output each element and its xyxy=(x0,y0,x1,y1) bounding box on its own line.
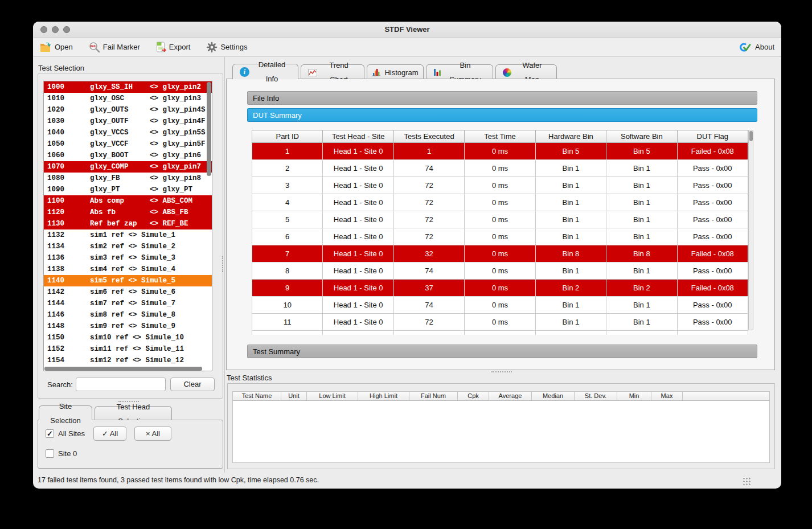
stats-header-cell[interactable]: Min xyxy=(617,392,651,400)
tab-site-selection[interactable]: Site Selection xyxy=(39,405,92,420)
select-all-sites-button[interactable]: ✓ All xyxy=(93,427,126,441)
tab-trend-chart[interactable]: Trend Chart xyxy=(301,64,364,80)
dut-header-cell[interactable]: Part ID xyxy=(252,130,323,143)
dut-header-cell[interactable]: Test Time xyxy=(465,130,535,143)
dut-header-cell[interactable]: Hardware Bin xyxy=(535,130,606,143)
test-list-item[interactable]: 1020 glxy_OUTS <> glxy_pin4S xyxy=(44,104,212,116)
dut-summary-section-header[interactable]: DUT Summary xyxy=(247,108,757,122)
stats-header-cell[interactable]: Average xyxy=(489,392,532,400)
test-list-item[interactable]: 1040 glxy_VCCS <> glxy_pin5S xyxy=(44,127,212,138)
export-button[interactable]: Export xyxy=(156,42,191,53)
tab-wafer-map[interactable]: Wafer Map xyxy=(495,64,557,80)
dut-header-cell[interactable]: Software Bin xyxy=(606,130,677,143)
scrollbar-thumb[interactable] xyxy=(749,131,753,141)
test-list-item[interactable]: 1060 glxy_BOOT <> glxy_pin6 xyxy=(44,150,212,161)
tab-test-head-selection[interactable]: Test Head Selection xyxy=(95,406,172,421)
panel-splitter[interactable] xyxy=(224,57,225,473)
about-button[interactable]: About xyxy=(738,42,774,52)
search-input[interactable] xyxy=(76,378,166,391)
dut-row[interactable]: 1Head 1 - Site 010 msBin 5Bin 5Failed - … xyxy=(252,143,748,160)
test-list-item[interactable]: 1152 sim11 ref <> Simule_11 xyxy=(44,343,212,355)
test-list-item[interactable]: 1010 glxy_OSC <> glxy_pin3 xyxy=(44,93,212,104)
test-selection-title: Test Selection xyxy=(38,64,84,72)
stats-header-cell[interactable]: Unit xyxy=(281,392,307,400)
test-list-item[interactable]: 1134 sim2 ref <> Simule_2 xyxy=(44,241,212,252)
tab-histogram[interactable]: Histogram xyxy=(367,64,424,80)
open-button[interactable]: Open xyxy=(40,42,73,52)
export-label: Export xyxy=(169,43,191,51)
checkbox-checked-icon[interactable]: ✓ xyxy=(46,429,54,438)
dut-cell: Head 1 - Site 0 xyxy=(323,280,393,297)
test-list-item[interactable]: 1150 sim10 ref <> Simule_10 xyxy=(44,332,212,343)
settings-button[interactable]: Settings xyxy=(206,42,247,53)
test-list-item[interactable]: 1120 Abs fb <> ABS_FB xyxy=(44,207,212,218)
dut-row[interactable]: 2Head 1 - Site 0740 msBin 1Bin 1Pass - 0… xyxy=(252,160,748,177)
file-info-section-header[interactable]: File Info xyxy=(247,91,757,105)
test-list-item[interactable]: 1132 sim1 ref <> Simule_1 xyxy=(44,229,212,241)
test-list-item[interactable]: 1130 Ref bef zap <> REF_BE xyxy=(44,218,212,229)
stats-header-cell[interactable]: St. Dev. xyxy=(575,392,617,400)
clear-button[interactable]: Clear xyxy=(170,378,215,391)
dut-cell: 0 ms xyxy=(465,228,535,245)
test-list-item[interactable]: 1030 glxy_OUTF <> glxy_pin4F xyxy=(44,116,212,127)
dut-row[interactable]: 9Head 1 - Site 0370 msBin 2Bin 2Failed -… xyxy=(252,280,748,297)
dut-cell: 72 xyxy=(393,211,464,228)
all-sites-checkbox[interactable]: ✓ All Sites xyxy=(46,429,85,438)
tab-detailed-info[interactable]: i Detailed Info xyxy=(232,64,298,79)
test-list-item[interactable]: 1050 glxy_VCCF <> glxy_pin5F xyxy=(44,138,212,150)
dut-cell: Head 1 - Site 0 xyxy=(323,211,393,228)
test-list-item[interactable]: 1144 sim7 ref <> Simule_7 xyxy=(44,298,212,309)
dut-cell: 72 xyxy=(393,314,464,331)
test-list-horizontal-scrollbar[interactable] xyxy=(44,367,202,371)
test-summary-section-header[interactable]: Test Summary xyxy=(247,345,757,358)
test-list-item[interactable]: 1090 glxy_PT <> glxy_PT xyxy=(44,184,212,195)
resize-grip[interactable] xyxy=(743,477,752,486)
test-list-item[interactable]: 1140 sim5 ref <> Simule_5 xyxy=(44,275,212,286)
all-sites-label: All Sites xyxy=(58,429,85,438)
test-list-item[interactable]: 1000 glxy_SS_IH <> glxy_pin2 xyxy=(44,81,212,93)
dut-row[interactable]: 8Head 1 - Site 0740 msBin 1Bin 1Pass - 0… xyxy=(252,263,748,280)
dut-cell: 0 ms xyxy=(465,177,535,194)
dut-header-cell[interactable]: DUT Flag xyxy=(677,130,748,143)
right-splitter-handle[interactable] xyxy=(491,371,512,372)
stats-header-cell[interactable]: Fail Num xyxy=(409,392,458,400)
test-list-item[interactable]: 1080 glxy_FB <> glxy_pin8 xyxy=(44,173,212,184)
svg-text:FAIL: FAIL xyxy=(91,44,96,47)
test-list-item[interactable]: 1100 Abs comp <> ABS_COM xyxy=(44,195,212,207)
dut-row[interactable]: 7Head 1 - Site 0320 msBin 8Bin 8Failed -… xyxy=(252,245,748,263)
test-list-vertical-scrollbar[interactable] xyxy=(207,82,212,370)
dut-cell: 7 xyxy=(252,245,323,263)
test-list[interactable]: 1000 glxy_SS_IH <> glxy_pin21010 glxy_OS… xyxy=(43,81,212,371)
deselect-all-sites-button[interactable]: × All xyxy=(134,427,171,441)
dut-row[interactable]: 11Head 1 - Site 0720 msBin 1Bin 1Pass - … xyxy=(252,314,748,331)
test-list-item[interactable]: 1154 sim12 ref <> Simule_12 xyxy=(44,355,212,366)
stats-header-cell[interactable]: High Limit xyxy=(358,392,409,400)
dut-row[interactable]: 10Head 1 - Site 0740 msBin 1Bin 1Pass - … xyxy=(252,297,748,314)
test-list-item[interactable]: 1146 sim8 ref <> Simule_8 xyxy=(44,309,212,321)
tab-bin-summary[interactable]: Bin Summary xyxy=(426,64,493,80)
scrollbar-thumb[interactable] xyxy=(207,82,211,176)
fail-marker-button[interactable]: FAIL Fail Marker xyxy=(89,42,140,53)
dut-table-scrollbar[interactable] xyxy=(748,130,753,330)
dut-header-cell[interactable]: Tests Executed xyxy=(393,130,464,143)
stats-header-cell[interactable]: Test Name xyxy=(233,392,281,400)
dut-cell: Failed - 0x08 xyxy=(677,280,748,297)
stats-header-cell[interactable]: Median xyxy=(532,392,575,400)
test-list-item[interactable]: 1148 sim9 ref <> Simule_9 xyxy=(44,321,212,332)
test-list-item[interactable]: 1142 sim6 ref <> Simule_6 xyxy=(44,286,212,298)
panel-splitter-handle[interactable] xyxy=(222,256,223,272)
checkbox-unchecked-icon[interactable] xyxy=(46,449,54,458)
dut-row[interactable]: 6Head 1 - Site 0720 msBin 1Bin 1Pass - 0… xyxy=(252,228,748,245)
dut-row[interactable]: 5Head 1 - Site 0720 msBin 1Bin 1Pass - 0… xyxy=(252,211,748,228)
test-list-item[interactable]: 1138 sim4 ref <> Simule_4 xyxy=(44,264,212,275)
stats-header-cell[interactable]: Cpk xyxy=(458,392,489,400)
test-list-item[interactable]: 1070 glxy_COMP <> glxy_pin7 xyxy=(44,161,212,173)
test-list-item[interactable]: 1136 sim3 ref <> Simule_3 xyxy=(44,252,212,264)
dut-row[interactable] xyxy=(252,331,748,335)
dut-row[interactable]: 3Head 1 - Site 0720 msBin 1Bin 1Pass - 0… xyxy=(252,177,748,194)
dut-row[interactable]: 4Head 1 - Site 0720 msBin 1Bin 1Pass - 0… xyxy=(252,194,748,211)
site0-checkbox[interactable]: Site 0 xyxy=(46,449,77,458)
dut-header-cell[interactable]: Test Head - Site xyxy=(323,130,393,143)
stats-header-cell[interactable]: Max xyxy=(651,392,683,400)
stats-header-cell[interactable]: Low Limit xyxy=(307,392,358,400)
